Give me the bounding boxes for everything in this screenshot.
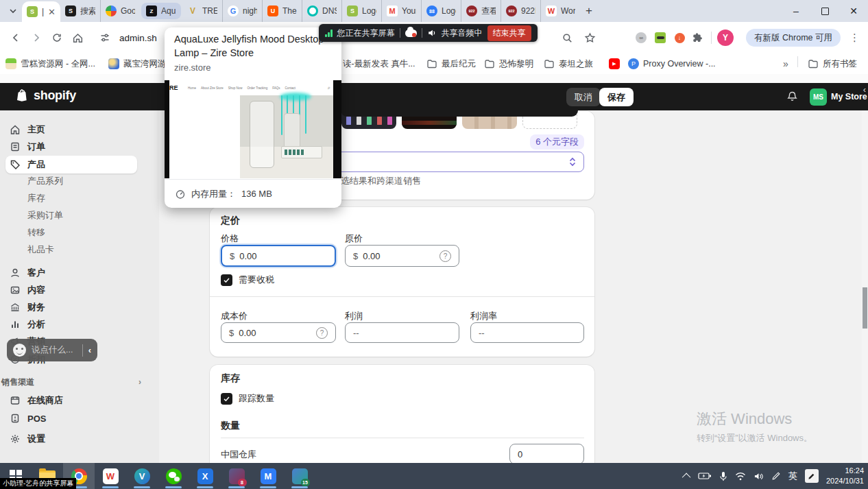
sales-channels-header[interactable]: 销售渠道 ›	[1, 374, 141, 390]
sidebar-item-finance[interactable]: 财务	[5, 298, 137, 316]
checkbox-checked-icon[interactable]	[221, 274, 232, 286]
profile-avatar[interactable]: Y	[717, 29, 734, 46]
input-language-indicator[interactable]: 英	[788, 470, 797, 482]
shopify-logo[interactable]: shopify	[15, 88, 76, 103]
volume-icon[interactable]	[754, 472, 764, 481]
sidebar-item-products[interactable]: 产品	[5, 156, 137, 174]
notifications-button[interactable]	[786, 91, 798, 102]
browser-tab[interactable]: TREN	[182, 0, 222, 22]
browser-tab[interactable]: Wor	[540, 0, 580, 22]
cost-input[interactable]: $ 0.00 ?	[221, 322, 336, 343]
back-button[interactable]	[5, 27, 26, 48]
search-tabs-button[interactable]	[557, 28, 577, 47]
site-settings-button[interactable]	[95, 27, 115, 48]
sidebar-item-collections[interactable]: 产品系列	[5, 173, 137, 189]
sidebar-item-customers[interactable]: 客户	[5, 264, 137, 282]
sidebar-item-content[interactable]: 内容	[5, 281, 137, 299]
browser-tab[interactable]: Logo	[341, 0, 381, 22]
checkbox-checked-icon[interactable]	[221, 393, 232, 405]
bookmark-item[interactable]: Proxy Overview -...	[628, 56, 716, 71]
sidebar-item-inventory[interactable]: 库存	[5, 190, 137, 206]
wifi-icon[interactable]	[735, 472, 746, 481]
bookmark-item[interactable]: 藏宝湾网游	[108, 56, 167, 71]
browser-tab[interactable]: 922F	[501, 0, 540, 22]
save-button[interactable]: 保存	[599, 88, 634, 106]
maximize-button[interactable]	[810, 0, 839, 22]
collapse-overlay-button[interactable]: ‹	[88, 345, 91, 355]
tray-expand-icon[interactable]	[682, 473, 691, 481]
location-quantity-input[interactable]: 0	[509, 444, 584, 464]
help-icon[interactable]: ?	[439, 250, 451, 262]
microphone-icon[interactable]	[719, 471, 727, 481]
reload-button[interactable]	[47, 27, 67, 48]
browser-menu-button[interactable]: ⋮	[849, 32, 860, 44]
bookmark-folder[interactable]: 恐怖黎明	[484, 56, 533, 71]
pen-icon[interactable]	[771, 471, 781, 481]
sidebar-item-purchase-orders[interactable]: 采购订单	[5, 207, 137, 224]
help-icon[interactable]: ?	[316, 327, 328, 339]
sidebar-item-online-store[interactable]: 在线商店	[5, 392, 137, 409]
browser-tab[interactable]: nigh	[222, 0, 262, 22]
new-tab-button[interactable]: +	[580, 2, 598, 20]
chrome-update-chip[interactable]: 有新版 Chrome 可用	[746, 29, 841, 47]
forward-button[interactable]	[26, 27, 47, 48]
close-window-button[interactable]: ✕	[839, 0, 868, 22]
bookmarks-overflow-button[interactable]: »	[783, 56, 788, 71]
bookmark-star-button[interactable]	[580, 28, 599, 47]
bookmark-folder[interactable]: 最后纪元	[426, 56, 476, 71]
badge8-app-taskbar-button[interactable]: 8	[221, 463, 252, 489]
browser-tab-hovered[interactable]: Aqu	[141, 3, 181, 19]
scrollbar-thumb[interactable]	[863, 287, 867, 329]
sidebar-item-home[interactable]: 主页	[5, 121, 137, 139]
sidebar-item-pos[interactable]: POS	[5, 409, 137, 427]
sidebar-item-transfers[interactable]: 转移	[5, 224, 137, 241]
badge15-app-taskbar-button[interactable]: 15	[284, 463, 315, 489]
browser-tab[interactable]: Logo	[421, 0, 461, 22]
close-tab-icon[interactable]: ✕	[48, 8, 56, 16]
smiley-icon[interactable]	[13, 344, 26, 357]
browser-tab-active[interactable]: | ✕	[22, 1, 60, 22]
charge-tax-checkbox-row[interactable]: 需要收税	[221, 274, 274, 286]
browser-tab[interactable]: 搜索	[60, 0, 100, 22]
track-quantity-checkbox-row[interactable]: 跟踪数量	[221, 392, 274, 405]
collapse-chevron-icon[interactable]: ‹	[863, 84, 866, 95]
bookmark-item[interactable]: 雪糕资源网 - 全网...	[5, 56, 95, 71]
price-input[interactable]: $ 0.00	[221, 245, 336, 267]
all-bookmarks-button[interactable]: 所有书签	[808, 56, 857, 71]
bookmark-item[interactable]: 读-最新发表 真牛...	[343, 56, 415, 71]
browser-tab[interactable]: 查看	[461, 0, 501, 22]
metafields-link[interactable]: 6 个元字段	[530, 134, 584, 150]
browser-tab[interactable]: The	[262, 0, 302, 22]
sidebar-item-gift-cards[interactable]: 礼品卡	[5, 241, 137, 258]
margin-input[interactable]: --	[470, 322, 584, 343]
taskbar-clock[interactable]: 16:24 2024/10/31	[826, 466, 864, 486]
home-button[interactable]	[67, 27, 88, 48]
sidebar-item-analytics[interactable]: 分析	[5, 315, 137, 333]
extension-grey-icon[interactable]: ∞	[635, 32, 647, 44]
profit-input[interactable]: --	[345, 322, 459, 343]
extension-glasses-icon[interactable]	[654, 32, 666, 44]
sidebar-item-settings[interactable]: 设置	[5, 430, 137, 448]
ink-workspace-icon[interactable]	[805, 469, 819, 483]
wps-taskbar-button[interactable]	[95, 463, 126, 489]
chat-input[interactable]: 说点什么...	[32, 344, 73, 356]
bookmark-folder[interactable]: 泰坦之旅	[544, 56, 593, 71]
tab-search-button[interactable]	[4, 3, 22, 19]
minimize-button[interactable]: –	[782, 0, 810, 22]
stop-share-button[interactable]: 结束共享	[487, 25, 531, 41]
browser-tab[interactable]: Goo	[100, 0, 140, 22]
extensions-puzzle-icon[interactable]	[687, 28, 706, 47]
cancel-button[interactable]: 取消	[566, 88, 601, 106]
mountains-app-taskbar-button[interactable]	[252, 463, 284, 489]
battery-icon[interactable]	[698, 471, 712, 481]
address-bar-url[interactable]: admin.sh	[119, 33, 157, 43]
browser-tab[interactable]: DNS	[302, 0, 341, 22]
store-name[interactable]: My Store	[831, 92, 867, 102]
page-scrollbar[interactable]	[862, 110, 868, 463]
store-avatar[interactable]: MS	[810, 88, 827, 106]
browser-tab[interactable]: Your	[381, 0, 421, 22]
extension-shield-icon[interactable]: ↓	[673, 32, 686, 44]
blue-app-taskbar-button[interactable]	[126, 463, 158, 489]
wechat-taskbar-button[interactable]	[158, 463, 189, 489]
x-app-taskbar-button[interactable]	[189, 463, 221, 489]
